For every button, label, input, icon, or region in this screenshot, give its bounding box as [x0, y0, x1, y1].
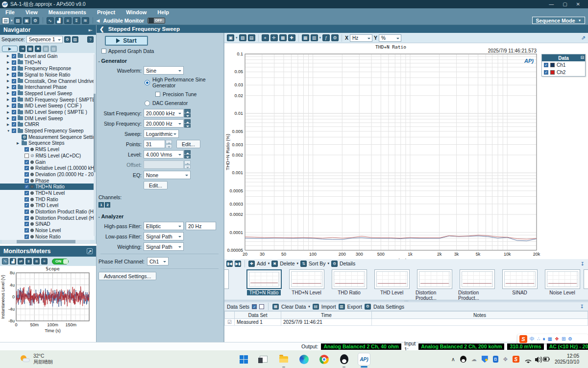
points-edit-button[interactable]: Edit... [176, 140, 200, 148]
column-header-notes[interactable]: Notes [372, 312, 588, 319]
select-all-checkbox[interactable]: ✓ [252, 304, 257, 309]
popout-icon[interactable]: ↗ [87, 248, 93, 254]
start-frequency-stepper[interactable] [184, 109, 191, 117]
back-chevron-icon[interactable]: ❮ [99, 26, 104, 32]
toolbox-icon[interactable]: ⊞ [562, 337, 565, 342]
legend-row-ch2[interactable]: ✓ Ch2 [542, 69, 585, 76]
legend-pin-icon[interactable]: ⊟ [580, 55, 584, 60]
output-value-badge[interactable]: Analog Balanced 2 Ch, 40 ohm [321, 343, 401, 350]
dac-generator-radio[interactable] [145, 101, 150, 106]
thumbnail[interactable]: SINAD [498, 269, 541, 301]
data-set-row[interactable]: ☑ Measured 1 2025/7/9 11:46:21 [225, 319, 588, 326]
tree-checkbox[interactable]: ✓ [24, 166, 29, 170]
start-frequency-input[interactable]: 20.0000 kHz [144, 109, 184, 117]
tree-checkbox[interactable]: ✓ [24, 191, 29, 195]
menu-help[interactable]: Help [152, 9, 174, 15]
tree-item[interactable]: ✓Distortion Product Ratio (H2) [0, 209, 95, 215]
sort-label[interactable]: Sort By [309, 261, 325, 266]
menu-window[interactable]: Window [121, 9, 152, 15]
phase-ref-select[interactable]: Ch1 [147, 257, 169, 265]
tree-item[interactable]: ✓Noise Level [0, 227, 95, 234]
tree-checkbox[interactable]: ✓ [24, 228, 29, 233]
zoom-icon[interactable]: ⌖ [262, 34, 269, 41]
tree-item[interactable]: ▶✓Signal to Noise Ratio [0, 72, 95, 78]
tree-checkbox[interactable] [24, 154, 29, 158]
thumbnail-label[interactable]: Distortion Product... [413, 290, 456, 301]
tree-item[interactable]: ✓Relative Level (1.00000 kHz) [0, 165, 95, 171]
sequence-settings-icon[interactable]: ⚙ [64, 36, 71, 43]
tree-checkbox[interactable]: ✓ [12, 60, 16, 65]
file-explorer-button[interactable] [278, 353, 290, 365]
sequence-mode-button[interactable]: Sequence Mode ▼ [532, 17, 585, 24]
onedrive-icon[interactable]: ☁ [471, 356, 477, 363]
thumbnail[interactable]: THD+N Ratio [243, 269, 285, 301]
expander-icon[interactable]: ▶ [7, 85, 10, 89]
cursors-dropdown-icon[interactable]: ▾ [319, 36, 321, 40]
fx-icon[interactable]: ƒ [322, 34, 330, 41]
chrome-browser-button[interactable] [318, 353, 330, 365]
tree-item[interactable]: ✓THD Level [0, 203, 95, 209]
copy-image-icon[interactable]: ▨ [239, 34, 246, 41]
tree-checkbox[interactable]: ✓ [12, 129, 16, 133]
device-icon[interactable]: ✥ [503, 356, 508, 363]
meter-monitor-icon[interactable]: ▟ [55, 17, 63, 24]
tree-item[interactable]: ✓SINAD [0, 221, 95, 228]
tray-sogou-icon[interactable]: S [513, 356, 519, 363]
qq-button[interactable] [338, 353, 350, 365]
open-project-icon[interactable]: ▧ [14, 17, 22, 24]
tree-checkbox[interactable]: ✓ [24, 147, 29, 152]
expander-icon[interactable]: ▶ [7, 98, 10, 102]
tree-item[interactable]: ✓RMS Level [0, 146, 95, 153]
input1-bandwidth-badge[interactable]: AC (<10 Hz) - 20 kHz [547, 343, 588, 350]
thumbnail[interactable]: Noise Level [541, 269, 584, 301]
weather-widget[interactable]: 32°C 局部晴朗 [0, 353, 113, 365]
tree-vertical-scrollbar[interactable] [94, 54, 96, 236]
tree-item[interactable]: ▶✓IMD Frequency Sweep ( SMPTE ) [0, 97, 95, 103]
tray-expand-icon[interactable]: ∧ [451, 356, 455, 363]
new-project-icon[interactable]: ▤ [2, 17, 9, 24]
sequence-copy-icon[interactable]: ▨ [72, 36, 78, 43]
tree-checkbox[interactable]: ✓ [24, 197, 29, 202]
sogou-settings-icon[interactable]: ⚙ [568, 337, 572, 342]
print-icon[interactable]: ▤ [248, 34, 255, 41]
maximize-button[interactable]: ▢ [563, 1, 567, 7]
expander-icon[interactable]: ▶ [7, 54, 10, 58]
start-button[interactable] [238, 353, 249, 365]
tree-checkbox[interactable]: ✓ [12, 116, 16, 121]
delete-result-label[interactable]: Delete [280, 261, 294, 266]
details-icon[interactable]: ⚙ [331, 261, 338, 267]
export-label[interactable]: Export [347, 304, 362, 310]
tree-checkbox[interactable]: ✓ [12, 98, 16, 102]
tree-item[interactable]: ▼✓Stepped Frequency Sweep [0, 128, 95, 134]
delete-result-icon[interactable]: ✖ [271, 261, 278, 267]
settings-gear-icon[interactable]: ⚙ [32, 17, 39, 24]
sort-dropdown-icon[interactable]: ▾ [328, 262, 330, 265]
add-dropdown-icon[interactable]: ▾ [268, 262, 270, 265]
clear-data-label[interactable]: Clear Data [281, 304, 306, 310]
tree-checkbox[interactable]: ✓ [24, 203, 29, 208]
microphone-icon[interactable]: ♦ [542, 337, 545, 342]
thumbnail[interactable]: THD+N Level [285, 269, 328, 301]
save-project-icon[interactable]: ▣ [23, 17, 30, 24]
thumbnail-partial[interactable] [224, 269, 229, 289]
autoscale-icon[interactable]: ✚ [288, 34, 295, 41]
tree-item[interactable]: ⚙Measurement Sequence Settings... [0, 134, 95, 140]
expander-icon[interactable]: ▶ [7, 79, 10, 83]
thumbnail-label[interactable]: THD Ratio [335, 290, 363, 295]
low-pass-filter-select[interactable]: Signal Path [144, 232, 184, 240]
column-header-time[interactable]: Time [281, 312, 372, 319]
minimize-button[interactable]: — [549, 1, 554, 7]
expander-icon[interactable]: ▶ [7, 110, 10, 114]
data-settings-label[interactable]: Data Settings [373, 304, 404, 310]
thumbnail-label[interactable]: Noise Level [547, 290, 577, 295]
expander-icon[interactable]: ▶ [17, 141, 20, 145]
skin-icon[interactable]: ❖ [555, 337, 559, 342]
weighting-select[interactable]: Signal Path [144, 242, 184, 251]
high-pass-filter-select[interactable]: Elliptic [144, 222, 184, 230]
tree-checkbox[interactable]: ✓ [24, 172, 29, 177]
thumbnail-preview[interactable] [289, 269, 324, 289]
tree-checkbox[interactable]: ✓ [12, 79, 16, 83]
thumbnail-label[interactable]: THD+N Level [289, 290, 323, 295]
start-button[interactable]: Start [105, 36, 148, 46]
tree-checkbox[interactable]: ✓ [12, 122, 16, 127]
